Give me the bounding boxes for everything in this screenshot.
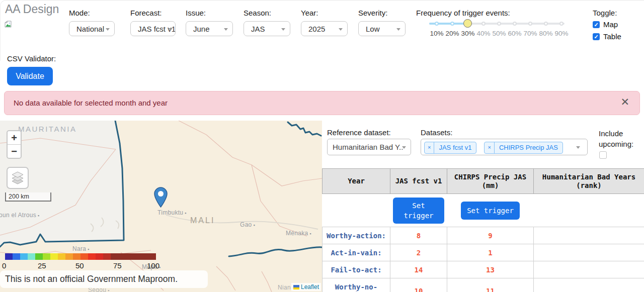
mode-value: National <box>76 25 104 33</box>
alert-banner: No data available for selected month and… <box>4 91 640 115</box>
map-label-mauritania: MAURITANIA <box>18 125 76 133</box>
validate-button[interactable]: Validate <box>7 67 53 85</box>
row-value <box>534 278 644 292</box>
map-canvas[interactable]: MAURITANIA MALI oun el Atrous Timbuktu G… <box>0 121 322 292</box>
reference-dataset-value: Humanitarian Bad Y... <box>328 139 403 155</box>
map-label-menaka: Ménaka <box>286 230 311 237</box>
map-checkbox-checked[interactable]: ✓ <box>593 21 600 28</box>
map-label-aioun: oun el Atrous <box>0 212 39 219</box>
zoom-in-button[interactable]: + <box>8 131 21 145</box>
col-chirps: CHIRPS Precip JAS (mm) <box>447 169 534 194</box>
year-select[interactable]: 2025 <box>301 21 348 36</box>
map-attribution: Leaflet <box>291 283 321 291</box>
map-label-timbuktu: Timbuktu <box>157 209 187 216</box>
csv-validator-label: CSV Validator: <box>7 54 56 63</box>
issue-value: June <box>193 25 210 33</box>
close-icon[interactable]: ✕ <box>620 96 629 108</box>
dataset-chip[interactable]: × CHIRPS Precip JAS <box>484 142 562 154</box>
row-value: 10 <box>390 278 447 292</box>
reference-dataset-select[interactable]: Humanitarian Bad Y... <box>327 139 411 155</box>
row-value <box>534 261 644 278</box>
colorbar-tick-100: 100 <box>147 261 159 270</box>
season-select[interactable]: JAS <box>244 21 290 36</box>
slider-mark <box>497 22 501 26</box>
slider-mark <box>528 22 532 26</box>
severity-value: Low <box>366 25 380 33</box>
year-label: Year: <box>301 9 318 17</box>
app-title: AA Design <box>5 3 59 16</box>
severity-label: Severity: <box>358 9 387 17</box>
season-label: Season: <box>244 9 271 17</box>
layers-icon <box>11 171 24 184</box>
map-marker-icon[interactable] <box>154 187 168 208</box>
col-jas-fcst: JAS fcst v1 <box>390 169 447 194</box>
broken-image-icon <box>4 20 12 28</box>
forecast-label: Forecast: <box>130 9 162 17</box>
toggle-table[interactable]: ✓ Table <box>593 32 621 41</box>
slider-mark <box>435 22 439 26</box>
remove-chip-icon[interactable]: × <box>485 142 494 153</box>
toggle-table-label: Table <box>603 32 621 41</box>
datasets-label: Datasets: <box>421 128 452 137</box>
table-checkbox-checked[interactable]: ✓ <box>593 33 600 40</box>
row-label: Worthy-no-action: <box>323 278 390 292</box>
table-row-worthy-action: Worthy-action: 8 9 <box>323 227 644 244</box>
slider-mark <box>481 22 486 26</box>
issue-select[interactable]: June <box>186 21 233 36</box>
set-trigger-row: Set trigger Set trigger <box>323 194 644 227</box>
slider-mark <box>450 22 454 26</box>
row-value: 9 <box>447 227 534 244</box>
remove-chip-icon[interactable]: × <box>425 142 434 153</box>
slider-mark <box>559 22 564 26</box>
row-label: Fail-to-act: <box>323 261 390 278</box>
slider-mark <box>513 22 517 26</box>
severity-select[interactable]: Low <box>358 21 406 36</box>
toggle-map[interactable]: ✓ Map <box>593 20 618 29</box>
col-bad-years: Humanitarian Bad Years (rank) <box>534 169 644 194</box>
include-upcoming-checkbox[interactable] <box>599 151 607 159</box>
chevron-down-icon <box>224 28 228 31</box>
zoom-out-button[interactable]: − <box>8 145 21 158</box>
ukraine-flag-icon <box>293 285 299 289</box>
chevron-down-icon <box>106 28 110 31</box>
toggle-label: Toggle: <box>593 9 617 17</box>
map-scale: 200 km <box>5 192 51 202</box>
alert-message: No data available for selected month and… <box>14 91 168 115</box>
layers-control-button[interactable] <box>7 167 29 189</box>
row-value: 14 <box>390 261 447 278</box>
col-year: Year <box>323 169 390 194</box>
chevron-down-icon <box>402 146 406 149</box>
year-value: 2025 <box>308 25 325 33</box>
chevron-down-icon <box>576 146 580 149</box>
map-zoom-control[interactable]: + − <box>7 130 22 159</box>
trigger-table: Year JAS fcst v1 CHIRPS Precip JAS (mm) … <box>322 168 644 292</box>
col-chirps-line1: CHIRPS Precip JAS <box>448 173 533 181</box>
chevron-down-icon <box>339 28 343 31</box>
issue-label: Issue: <box>186 9 206 17</box>
season-value: JAS <box>251 25 265 33</box>
forecast-select[interactable]: JAS fcst v1 <box>130 21 176 36</box>
map-colorbar <box>5 253 156 260</box>
col-bad-years-line1: Humanitarian Bad Years <box>534 173 643 181</box>
dataset-chip[interactable]: × JAS fcst v1 <box>424 142 476 154</box>
chevron-down-icon <box>169 28 173 31</box>
colorbar-tick-50: 50 <box>75 261 84 270</box>
row-value: 1 <box>447 244 534 261</box>
leaflet-link[interactable]: Leaflet <box>301 283 319 290</box>
dataset-chip-label: JAS fcst v1 <box>434 142 476 153</box>
set-trigger-button-forecast[interactable]: Set trigger <box>393 198 444 224</box>
frequency-slider-handle[interactable] <box>463 19 472 28</box>
set-trigger-button-chirps[interactable]: Set trigger <box>461 202 520 220</box>
map-disclaimer: This is not an official Government Mapro… <box>0 270 208 288</box>
table-row-fail-to-act: Fail-to-act: 14 13 <box>323 261 644 278</box>
freq-tick-90[interactable]: 90% <box>551 30 572 37</box>
row-label: Act-in-vain: <box>323 244 390 261</box>
map-label-gao: Gao <box>240 221 255 228</box>
slider-mark <box>544 22 548 26</box>
datasets-multiselect[interactable]: × JAS fcst v1 × CHIRPS Precip JAS <box>421 139 588 155</box>
row-value: 8 <box>390 227 447 244</box>
mode-select[interactable]: National <box>69 21 115 36</box>
dataset-chip-label: CHIRPS Precip JAS <box>495 142 562 153</box>
table-row-act-in-vain: Act-in-vain: 2 1 <box>323 244 644 261</box>
col-chirps-line2: (mm) <box>448 181 533 190</box>
